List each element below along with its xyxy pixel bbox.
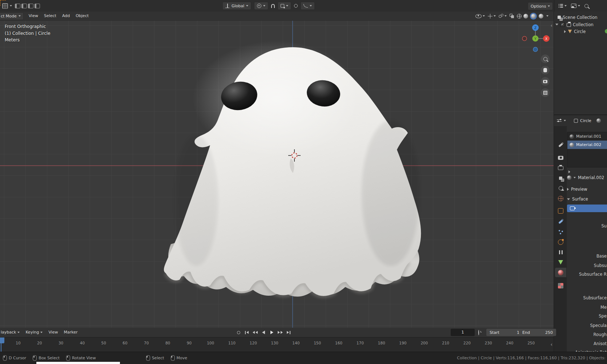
overlays-dropdown[interactable]	[499, 14, 507, 19]
options-dropdown[interactable]: Options	[528, 2, 553, 10]
gizmos-dropdown[interactable]	[488, 14, 496, 19]
ruler-tick: 220	[463, 341, 471, 345]
filter-dropdown[interactable]	[571, 4, 580, 8]
preview-section-header[interactable]: Preview	[567, 187, 587, 192]
mouse-button-icon	[171, 355, 175, 361]
workspace-layout-icon[interactable]	[15, 4, 20, 8]
display-mode-dropdown[interactable]	[559, 4, 567, 8]
axis-minus-z-dot[interactable]	[533, 47, 538, 52]
frame-end-field[interactable]: End 250	[519, 329, 556, 336]
workspace-layout-icon[interactable]	[28, 4, 33, 8]
playback-menu[interactable]: layback	[0, 328, 23, 337]
scene-collection-icon	[558, 16, 561, 19]
region-collapse-chevron[interactable]	[550, 342, 552, 347]
viewport-menu-object[interactable]: Object	[73, 12, 92, 20]
properties-tab-material[interactable]	[555, 268, 566, 277]
outliner-row-collection[interactable]: Collection	[554, 21, 607, 28]
keying-menu[interactable]: Keying	[23, 328, 45, 337]
properties-tab-scene[interactable]	[555, 183, 566, 193]
shading-wireframe-icon[interactable]	[517, 14, 522, 19]
collection-checkbox[interactable]	[560, 22, 565, 27]
shading-rendered-icon[interactable]	[539, 14, 543, 19]
play-button[interactable]	[269, 329, 275, 336]
properties-tab-object[interactable]	[555, 206, 566, 215]
timeline-menu-view[interactable]: View	[45, 328, 61, 337]
ortho-toggle-button[interactable]	[541, 88, 550, 97]
properties-tab-texture[interactable]	[555, 281, 566, 290]
timeline-menu-marker[interactable]: Marker	[61, 328, 81, 337]
play-reverse-button[interactable]	[261, 329, 266, 336]
properties-tab-constraints[interactable]	[555, 247, 566, 257]
snap-magnet-icon[interactable]	[271, 4, 275, 8]
property-label: Spe	[599, 314, 607, 319]
chevron-down-icon[interactable]	[564, 120, 566, 121]
properties-tab-tool[interactable]	[555, 140, 566, 149]
timeline-ruler[interactable]: 1020304050607080901001101201301401501601…	[0, 337, 554, 352]
3d-viewport[interactable]: ct Mode ViewSelectAddObject	[0, 12, 554, 328]
shading-solid-icon[interactable]	[523, 14, 528, 19]
ghost-model[interactable]	[164, 41, 421, 297]
expand-down-icon[interactable]	[555, 24, 558, 25]
snap-target-dropdown[interactable]	[278, 2, 291, 10]
prev-keyframe-button[interactable]	[252, 329, 258, 336]
camera-view-button[interactable]	[541, 77, 550, 86]
properties-tab-particles[interactable]	[555, 227, 566, 236]
search-icon[interactable]	[584, 4, 588, 8]
properties-tab-world[interactable]	[555, 194, 566, 203]
frame-start-field[interactable]: Start 1	[486, 329, 523, 336]
shading-material-preview-icon[interactable]	[531, 14, 536, 19]
use-nodes-button[interactable]	[567, 205, 607, 212]
playhead-handle[interactable]	[0, 337, 4, 343]
jump-end-button[interactable]	[286, 329, 292, 336]
workspace-layout-icon[interactable]	[35, 4, 40, 8]
viewport-3d-scene[interactable]	[0, 12, 554, 328]
falloff-dropdown[interactable]	[301, 2, 315, 10]
expand-right-icon[interactable]	[564, 30, 566, 33]
surface-section-header[interactable]: Surface	[567, 197, 588, 202]
shading-active-highlight[interactable]	[530, 13, 537, 20]
slot-list-expander[interactable]	[568, 170, 570, 173]
properties-tab-modifiers[interactable]	[555, 217, 566, 226]
current-frame-field[interactable]: 1	[451, 329, 475, 336]
end-value: 250	[545, 330, 553, 335]
chevron-down-icon[interactable]	[10, 5, 12, 7]
chevron-down-icon	[40, 332, 43, 333]
next-keyframe-button[interactable]	[277, 329, 283, 336]
visibility-dropdown[interactable]	[475, 14, 485, 18]
pan-button[interactable]	[541, 66, 550, 74]
material-slot[interactable]: Material.002	[567, 141, 607, 149]
snap-target-icon	[281, 4, 284, 8]
workspace-layout-icon[interactable]	[21, 4, 27, 8]
mode-dropdown[interactable]: ct Mode	[0, 12, 24, 20]
outliner-row-scene-collection[interactable]: Scene Collection	[554, 14, 607, 21]
viewport-menu-select[interactable]: Select	[41, 12, 59, 20]
properties-tab-render[interactable]	[555, 153, 566, 162]
outliner-row-circle[interactable]: Circle	[554, 28, 607, 35]
property-label: Base	[596, 254, 607, 259]
viewport-menu-add[interactable]: Add	[59, 12, 73, 20]
properties-tab-strip	[554, 126, 567, 352]
ruler-tick: 50	[101, 341, 106, 345]
properties-editor-icon[interactable]	[557, 119, 562, 123]
material-datablock-row[interactable]: Material.002	[567, 175, 604, 180]
proportional-edit-icon[interactable]	[294, 4, 298, 8]
status-hint-label: Select	[152, 356, 164, 360]
viewport-menu-view[interactable]: View	[26, 12, 41, 20]
navigation-gizmo[interactable]: Z Y X	[520, 23, 551, 54]
chevron-down-icon[interactable]	[546, 15, 548, 17]
jump-start-button[interactable]	[244, 329, 250, 336]
properties-tab-view-layer[interactable]	[555, 173, 566, 183]
autokey-button[interactable]	[236, 329, 241, 336]
property-label: Subsurface R	[579, 272, 607, 277]
orientation-dropdown[interactable]: Global	[222, 2, 251, 10]
axis-minus-x-dot[interactable]	[522, 36, 527, 41]
properties-tab-object-data[interactable]	[555, 258, 566, 267]
zoom-button[interactable]	[541, 54, 550, 63]
material-slot[interactable]: Material.001	[567, 132, 607, 141]
material-name: Material.002	[578, 175, 604, 180]
properties-tab-physics[interactable]	[555, 237, 566, 247]
xray-icon[interactable]	[510, 14, 514, 18]
pivot-dropdown[interactable]	[254, 2, 268, 10]
breadcrumb-object: Circle	[580, 118, 591, 123]
properties-tab-output[interactable]	[555, 163, 566, 172]
